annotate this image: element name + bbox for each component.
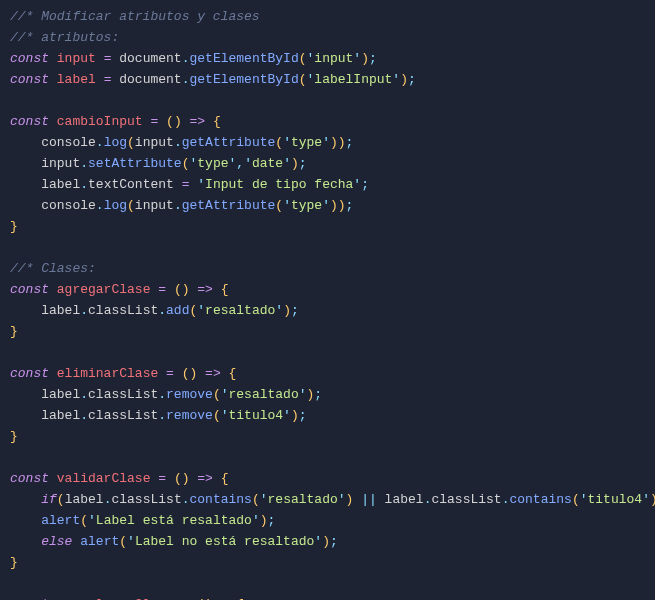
token-paren: () — [174, 282, 190, 297]
token-ident — [205, 114, 213, 129]
token-ident — [96, 51, 104, 66]
token-str: date — [252, 156, 283, 171]
code-line: alert('Label está resaltado'); — [10, 510, 645, 531]
token-paren: ) — [283, 303, 291, 318]
code-line — [10, 342, 645, 363]
token-paren: ( — [275, 135, 283, 150]
token-ident — [10, 534, 41, 549]
token-paren: ( — [127, 135, 135, 150]
token-str: Label no está resaltado — [135, 534, 314, 549]
token-punct: ' — [353, 177, 361, 192]
token-punct: ' — [221, 408, 229, 423]
code-line: const validarClase = () => { — [10, 468, 645, 489]
token-comment: //* Clases: — [10, 261, 96, 276]
code-line — [10, 237, 645, 258]
token-str: titulo4 — [229, 408, 284, 423]
code-line: const input = document.getElementById('i… — [10, 48, 645, 69]
token-prop: classList — [111, 492, 181, 507]
token-semi: ; — [330, 534, 338, 549]
token-ident: console — [10, 198, 96, 213]
token-dot: . — [96, 198, 104, 213]
token-semi: ; — [346, 135, 354, 150]
code-line: } — [10, 216, 645, 237]
token-punct: || — [361, 492, 377, 507]
token-str: resaltado — [268, 492, 338, 507]
token-semi: ; — [408, 72, 416, 87]
token-dot: . — [96, 135, 104, 150]
token-paren: ( — [213, 387, 221, 402]
token-brace: } — [10, 324, 18, 339]
token-var-decl: input — [57, 51, 96, 66]
token-kw-flow: else — [41, 534, 72, 549]
token-var-decl: label — [57, 72, 96, 87]
code-line: const reemplazarClase = () =>{ — [10, 594, 645, 600]
token-kw-const: const — [10, 51, 57, 66]
code-line: console.log(input.getAttribute('type')); — [10, 132, 645, 153]
token-paren: ( — [213, 408, 221, 423]
token-kw-const: const — [10, 114, 57, 129]
token-punct: ' — [642, 492, 650, 507]
token-prop: classList — [88, 387, 158, 402]
code-line: label.classList.remove('titulo4'); — [10, 405, 645, 426]
token-paren: ( — [80, 513, 88, 528]
token-paren: ) — [260, 513, 268, 528]
token-eq: = — [166, 366, 174, 381]
token-punct: ' — [338, 492, 346, 507]
token-ident — [10, 513, 41, 528]
token-dot: . — [174, 198, 182, 213]
code-line — [10, 90, 645, 111]
token-brace: } — [10, 219, 18, 234]
token-paren: ( — [299, 51, 307, 66]
token-ident — [158, 114, 166, 129]
token-punct: ' — [353, 51, 361, 66]
token-func: getElementById — [189, 51, 298, 66]
token-prop: classList — [431, 492, 501, 507]
token-ident: label — [377, 492, 424, 507]
token-str: type — [197, 156, 228, 171]
code-line: console.log(input.getAttribute('type')); — [10, 195, 645, 216]
token-punct: ' — [252, 513, 260, 528]
token-kw-const: const — [10, 471, 57, 486]
token-var-decl: agregarClase — [57, 282, 151, 297]
code-line: const cambioInput = () => { — [10, 111, 645, 132]
token-arrow: => — [197, 282, 213, 297]
token-func: alert — [41, 513, 80, 528]
token-str: titulo4 — [588, 492, 643, 507]
token-ident: label — [10, 408, 80, 423]
token-prop: classList — [88, 408, 158, 423]
token-ident — [197, 366, 205, 381]
token-punct: , — [236, 156, 244, 171]
token-dot: . — [80, 387, 88, 402]
code-line: const eliminarClase = () => { — [10, 363, 645, 384]
token-punct: ' — [275, 303, 283, 318]
token-punct: ' — [299, 387, 307, 402]
token-ident — [213, 471, 221, 486]
token-punct: ' — [221, 387, 229, 402]
token-semi: ; — [314, 387, 322, 402]
token-eq: = — [158, 282, 166, 297]
token-ident — [158, 366, 166, 381]
token-kw-const: const — [10, 282, 57, 297]
token-func: alert — [80, 534, 119, 549]
code-line: else alert('Label no está resaltado'); — [10, 531, 645, 552]
token-punct: ' — [283, 135, 291, 150]
token-func: getAttribute — [182, 135, 276, 150]
token-paren: ( — [275, 198, 283, 213]
token-func: log — [104, 135, 127, 150]
token-brace: { — [221, 471, 229, 486]
token-semi: ; — [299, 408, 307, 423]
token-semi: ; — [369, 51, 377, 66]
code-line: } — [10, 426, 645, 447]
token-ident: input — [135, 135, 174, 150]
token-prop: textContent — [88, 177, 174, 192]
token-arrow: => — [190, 114, 206, 129]
token-arrow: => — [197, 471, 213, 486]
token-punct: ' — [244, 156, 252, 171]
token-paren: ) — [291, 408, 299, 423]
token-kw-const: const — [10, 366, 57, 381]
token-str: resaltado — [229, 387, 299, 402]
code-line: //* Modificar atributos y clases — [10, 6, 645, 27]
token-semi: ; — [268, 513, 276, 528]
token-paren: )) — [330, 135, 346, 150]
code-line: //* Clases: — [10, 258, 645, 279]
